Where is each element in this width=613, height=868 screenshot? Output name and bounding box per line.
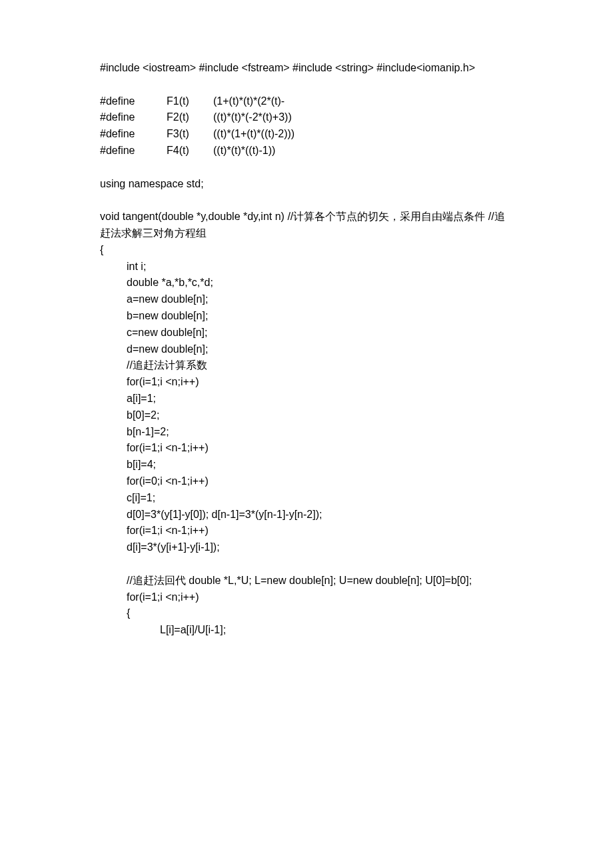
code-line: c=new double[n];: [127, 325, 513, 341]
define-body: ((t)*(t)*(-2*(t)+3)): [213, 109, 513, 126]
define-name: F2(t): [167, 109, 213, 126]
code-line: for(i=1;i <n-1;i++): [127, 440, 513, 457]
code-line: L[i]=a[i]/U[i-1];: [160, 622, 513, 639]
code-line: d[0]=3*(y[1]-y[0]); d[n-1]=3*(y[n-1]-y[n…: [127, 507, 513, 523]
code-comment: //追赶法计算系数: [127, 357, 513, 374]
comment-prefix: //: [127, 575, 133, 586]
define-block: #define F1(t) (1+(t)*(t)*(2*(t)- #define…: [100, 93, 513, 159]
define-name: F1(t): [167, 93, 213, 110]
using-line: using namespace std;: [100, 176, 513, 193]
fn-decl-comment-cjk: 矢，采用自由端点条件: [378, 211, 485, 222]
code-line: b[i]=4;: [127, 457, 513, 473]
brace-open: {: [100, 242, 513, 259]
include-block: #include <iostream> #include <fstream> #…: [100, 60, 513, 77]
code-line: b=new double[n];: [127, 308, 513, 325]
code-line: for(i=1;i <n-1;i++): [127, 523, 513, 539]
define-row: #define F3(t) ((t)*(1+(t)*((t)-2))): [100, 126, 513, 143]
fn-body-inner: L[i]=a[i]/U[i-1];: [100, 622, 513, 639]
define-keyword: #define: [100, 93, 167, 110]
define-body: (1+(t)*(t)*(2*(t)-: [213, 93, 513, 110]
define-body: ((t)*(1+(t)*((t)-2))): [213, 126, 513, 143]
define-keyword: #define: [100, 109, 167, 126]
comment-cjk: 追赶法计算系数: [133, 359, 207, 371]
code-line: a=new double[n];: [127, 291, 513, 308]
define-name: F4(t): [167, 143, 213, 159]
fn-decl-mid: //: [485, 211, 494, 222]
code-line: for(i=0;i <n-1;i++): [127, 473, 513, 490]
comment-prefix: //: [127, 359, 133, 371]
code-line: double *a,*b,*c,*d;: [127, 275, 513, 291]
code-line: a[i]=1;: [127, 391, 513, 407]
fn-decl-code: void tangent(double *y,double *dy,int n)…: [100, 211, 293, 222]
code-line: b[0]=2;: [127, 407, 513, 424]
code-line: int i;: [127, 259, 513, 275]
define-row: #define F1(t) (1+(t)*(t)*(2*(t)-: [100, 93, 513, 110]
comment-cjk: 追赶法回代: [133, 575, 186, 586]
comment-post: double *L,*U; L=new double[n]; U=new dou…: [186, 575, 472, 586]
define-body: ((t)*(t)*((t)-1)): [213, 143, 513, 159]
code-line: for(i=1;i <n;i++): [127, 374, 513, 391]
define-keyword: #define: [100, 143, 167, 159]
function-decl: void tangent(double *y,double *dy,int n)…: [100, 209, 513, 242]
code-line: d[i]=3*(y[i+1]-y[i-1]);: [127, 539, 513, 556]
blank-line: [100, 77, 513, 93]
blank-line: [100, 192, 513, 209]
code-line: d=new double[n];: [127, 341, 513, 358]
code-line: for(i=1;i <n;i++): [127, 589, 513, 606]
fn-decl-comment-cjk: 计算各个节点的切: [293, 211, 378, 222]
document-page: #include <iostream> #include <fstream> #…: [0, 0, 613, 868]
define-row: #define F4(t) ((t)*(t)*((t)-1)): [100, 143, 513, 159]
blank-line: [100, 159, 513, 176]
define-row: #define F2(t) ((t)*(t)*(-2*(t)+3)): [100, 109, 513, 126]
code-comment: //追赶法回代 double *L,*U; L=new double[n]; U…: [127, 573, 513, 589]
fn-body: int i; double *a,*b,*c,*d; a=new double[…: [100, 259, 513, 623]
code-line: b[n-1]=2;: [127, 424, 513, 441]
code-line: {: [127, 605, 513, 622]
define-keyword: #define: [100, 126, 167, 143]
define-name: F3(t): [167, 126, 213, 143]
code-line: c[i]=1;: [127, 490, 513, 507]
blank-line: [127, 556, 513, 573]
